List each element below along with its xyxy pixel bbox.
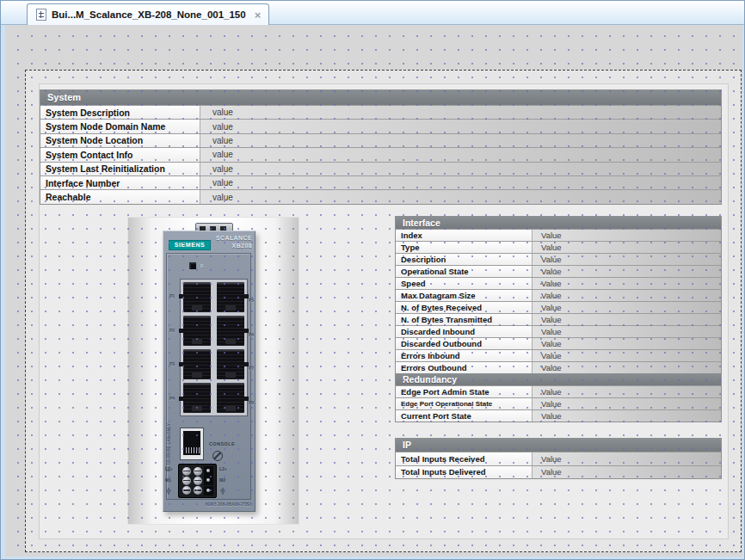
wire-socket	[204, 476, 213, 485]
row-value-field[interactable]: Value	[533, 314, 721, 325]
screw-terminal	[194, 477, 202, 485]
table-row: System Node Domain Namevalue	[40, 119, 721, 132]
tab-bar: Bui...M_Scalance_XB-208_None_001_150 ×	[1, 1, 744, 25]
row-label: Errors Inbound	[396, 350, 533, 361]
rj45-port	[217, 383, 244, 413]
port-label: P2	[169, 328, 175, 333]
row-value-field[interactable]: Value	[533, 278, 721, 289]
table-row: Total Inputs ReceivedValue	[396, 452, 721, 465]
screw-terminal	[194, 467, 202, 476]
rj45-port	[183, 316, 211, 346]
row-value-field[interactable]: value	[200, 106, 721, 119]
row-value-field[interactable]: value	[200, 134, 721, 147]
row-value-field[interactable]: Value	[533, 242, 721, 253]
rj45-port	[217, 282, 244, 312]
row-value-field[interactable]: Value	[533, 452, 721, 465]
row-label: Speed	[396, 278, 533, 289]
table-row: IndexValue	[396, 229, 721, 241]
row-label: N. of Bytes Transmitted	[396, 314, 533, 325]
table-row: TypeValue	[396, 241, 721, 253]
ground-icon	[219, 488, 226, 495]
row-value-field[interactable]: value	[200, 148, 721, 161]
port-label: P3	[169, 361, 175, 366]
screw-terminal	[182, 477, 191, 485]
port-led	[179, 397, 183, 401]
row-value-field[interactable]: Value	[533, 302, 721, 313]
table-row: Errors OutboundValue	[396, 361, 721, 373]
row-value-field[interactable]: value	[200, 120, 721, 132]
row-label: N. of Bytes Received	[396, 302, 533, 313]
table-row: Max Datagram SizeValue	[396, 289, 721, 301]
console-label: CONSOLE	[209, 441, 235, 446]
table-row: N. of Bytes TransmittedValue	[396, 313, 721, 325]
row-value-field[interactable]: Value	[533, 466, 721, 478]
row-value-field[interactable]: value	[200, 190, 721, 203]
table-row: System Descriptionvalue	[40, 105, 721, 119]
row-value-field[interactable]: Value	[533, 386, 721, 397]
row-value-field[interactable]: Value	[533, 350, 721, 361]
power-label: L2+	[219, 466, 227, 471]
system-table[interactable]: SystemSystem DescriptionvalueSystem Node…	[40, 89, 722, 205]
table-row: Edge Port Operational StateValue	[396, 397, 721, 409]
row-value-field[interactable]: Value	[533, 326, 721, 337]
row-value-field[interactable]: Value	[533, 254, 721, 265]
port-label: P1	[169, 293, 175, 298]
rj45-port	[183, 349, 211, 379]
row-label: Edge Port Admin State	[396, 386, 533, 397]
row-label: System Description	[40, 106, 200, 119]
faceplate-editor-window: Bui...M_Scalance_XB-208_None_001_150 × S…	[0, 0, 745, 560]
prohibition-icon	[212, 451, 223, 461]
row-value-field[interactable]: value	[200, 176, 721, 189]
table-section-header: System	[40, 90, 721, 105]
table-row: Total Inputs DeliveredValue	[396, 465, 721, 478]
table-section-header: IP	[396, 439, 721, 452]
tab-faceplate[interactable]: Bui...M_Scalance_XB-208_None_001_150 ×	[27, 3, 269, 25]
table-row: Edge Port Admin StateValue	[396, 385, 721, 397]
row-value-field[interactable]: value	[200, 163, 721, 175]
table-row: N. of Bytes ReceivedValue	[396, 301, 721, 313]
row-value-field[interactable]: Value	[533, 398, 721, 409]
ip-table[interactable]: IPTotal Inputs ReceivedValueTotal Inputs…	[395, 438, 722, 479]
power-label: M2	[219, 477, 225, 483]
scalance-switch-body: SIEMENS SCALANCE XB208 F P1 P2	[163, 231, 256, 512]
table-section-header: Interface	[396, 217, 721, 229]
model-label: XB208	[216, 243, 252, 250]
row-value-field[interactable]: Value	[533, 338, 721, 349]
port-label: P5	[249, 298, 254, 303]
product-label: SCALANCE XB208	[216, 235, 252, 249]
table-row: Reachablevalue	[40, 189, 721, 203]
table-row: SpeedValue	[396, 277, 721, 289]
row-value-field[interactable]: Value	[533, 266, 721, 277]
table-row: Errors InboundValue	[396, 349, 721, 361]
screw-terminal	[194, 486, 202, 495]
screw-terminal	[182, 486, 191, 495]
row-value-field[interactable]: Value	[533, 230, 721, 241]
row-label: Description	[396, 254, 533, 265]
row-label: Discarded Inbound	[396, 326, 533, 337]
table-row: Discarded InboundValue	[396, 325, 721, 337]
row-label: Operational State	[396, 266, 533, 277]
port-label: P6	[249, 332, 254, 337]
table-row: DescriptionValue	[396, 253, 721, 265]
rj45-port	[217, 316, 244, 346]
power-terminal-block	[178, 464, 217, 498]
row-value-field[interactable]: Value	[533, 290, 721, 301]
table-row: Current Port StateValue	[396, 409, 721, 422]
row-label: Index	[396, 230, 533, 241]
siemens-logo: SIEMENS	[169, 240, 211, 250]
port-led	[179, 294, 183, 298]
product-line-label: SCALANCE	[216, 235, 252, 243]
row-value-field[interactable]: Value	[533, 410, 721, 422]
row-label: Total Inputs Delivered	[396, 466, 533, 478]
device-image[interactable]: SIEMENS SCALANCE XB208 F P1 P2	[127, 217, 299, 525]
table-row: System Node Locationvalue	[40, 133, 721, 147]
table-row: System Last Reinitializationvalue	[40, 162, 721, 175]
screw-terminal	[182, 467, 191, 476]
table-row: System Contact Infovalue	[40, 147, 721, 161]
row-label: Errors Outbound	[396, 362, 533, 373]
rj45-port	[183, 282, 211, 312]
table-row: Operational StateValue	[396, 265, 721, 277]
close-icon[interactable]: ×	[255, 9, 262, 21]
interface-table[interactable]: InterfaceIndexValueTypeValueDescriptionV…	[395, 216, 722, 422]
row-value-field[interactable]: Value	[533, 362, 721, 373]
